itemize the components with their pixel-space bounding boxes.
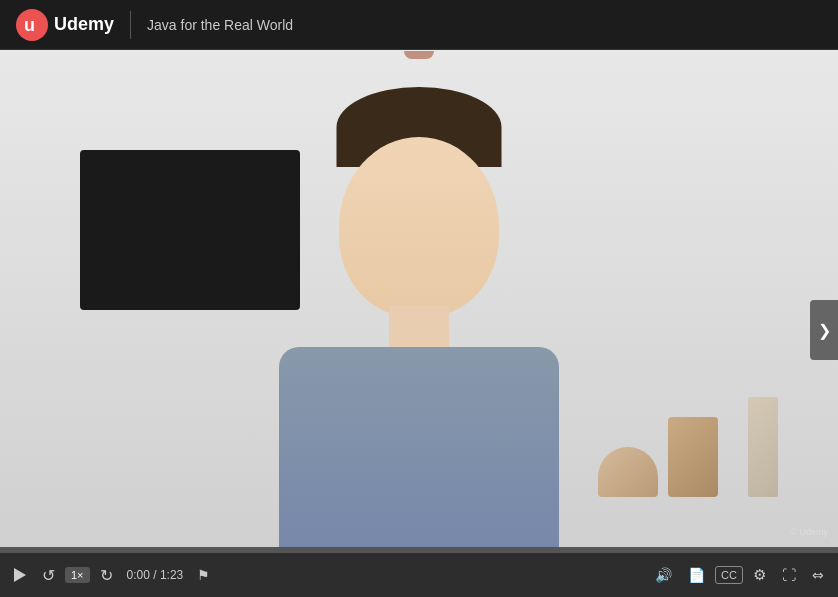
bg-decoration-vase — [668, 417, 718, 497]
chevron-right-icon: ❯ — [818, 321, 831, 340]
rewind-button[interactable]: ↺ — [36, 562, 61, 589]
progress-bar[interactable] — [0, 547, 838, 553]
volume-button[interactable]: 🔊 — [649, 563, 678, 587]
captions-button[interactable]: CC — [715, 566, 743, 584]
header: u Udemy Java for the Real World — [0, 0, 838, 50]
presenter-head — [339, 137, 499, 317]
bookmark-icon: ⚑ — [197, 567, 210, 583]
sidebar-toggle-button[interactable]: ❯ — [810, 300, 838, 360]
presenter-mouth — [404, 51, 434, 59]
watermark: © Udemy — [790, 527, 828, 537]
presenter-torso — [279, 347, 559, 547]
bookmark-button[interactable]: ⚑ — [191, 563, 216, 587]
forward-icon: ↻ — [100, 566, 113, 585]
speed-label: 1× — [71, 569, 84, 581]
play-icon — [14, 568, 26, 582]
expand-icon: ⇔ — [812, 567, 824, 583]
course-title[interactable]: Java for the Real World — [147, 17, 293, 33]
header-divider — [130, 11, 131, 39]
udemy-logo[interactable]: u Udemy — [16, 9, 114, 41]
udemy-logo-text: Udemy — [54, 14, 114, 35]
settings-icon: ⚙ — [753, 566, 766, 584]
play-button[interactable] — [8, 564, 32, 586]
forward-button[interactable]: ↻ — [94, 562, 119, 589]
notes-icon: 📄 — [688, 567, 705, 583]
settings-button[interactable]: ⚙ — [747, 562, 772, 588]
presenter-figure — [259, 127, 579, 547]
notes-button[interactable]: 📄 — [682, 563, 711, 587]
rewind-icon: ↺ — [42, 566, 55, 585]
video-frame: © Udemy — [0, 50, 838, 547]
bg-decoration-candle — [748, 397, 778, 497]
speed-button[interactable]: 1× — [65, 567, 90, 583]
expand-button[interactable]: ⇔ — [806, 563, 830, 587]
controls-bar: ↺ 1× ↻ 0:00 / 1:23 ⚑ 🔊 📄 CC ⚙ ⛶ ⇔ — [0, 553, 838, 597]
video-container[interactable]: © Udemy ❯ — [0, 50, 838, 547]
fullscreen-button[interactable]: ⛶ — [776, 563, 802, 587]
svg-text:u: u — [24, 15, 35, 35]
bg-decoration-bowl — [598, 447, 658, 497]
fullscreen-icon: ⛶ — [782, 567, 796, 583]
captions-label: CC — [721, 569, 737, 581]
time-display: 0:00 / 1:23 — [123, 568, 188, 582]
udemy-brand-icon: u — [16, 9, 48, 41]
volume-icon: 🔊 — [655, 567, 672, 583]
